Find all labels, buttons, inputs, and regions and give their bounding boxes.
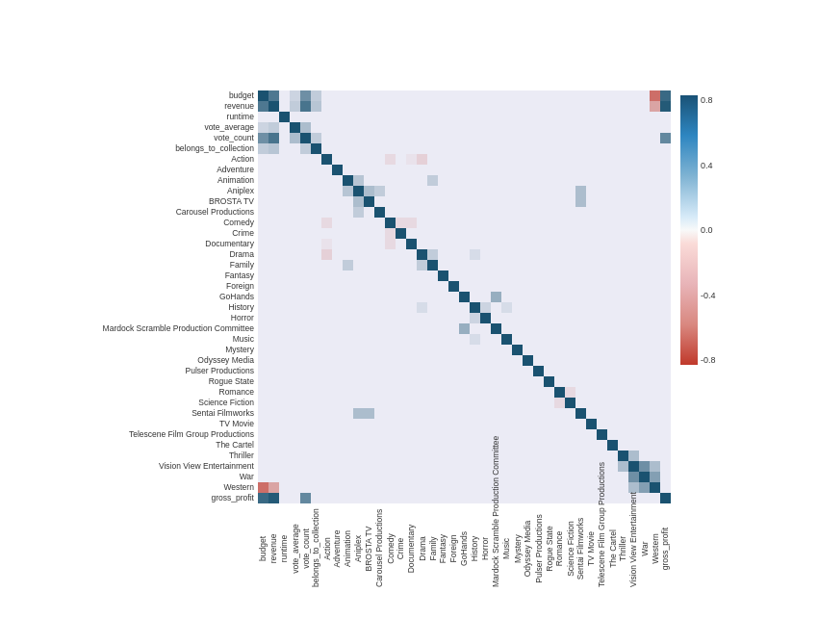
left-label: Adventure <box>103 165 256 175</box>
left-label: GoHands <box>103 292 256 302</box>
left-label: runtime <box>103 112 256 122</box>
left-labels: budgetrevenueruntimevote_averagevote_cou… <box>103 90 256 503</box>
left-label: budget <box>103 90 256 101</box>
bottom-label: Fantasy <box>438 534 447 563</box>
left-label: Horror <box>103 313 256 323</box>
bottom-label-wrapper: History <box>470 505 480 554</box>
bottom-label-wrapper: Fantasy <box>438 505 448 554</box>
bottom-label: Romance <box>554 531 564 566</box>
bottom-label-wrapper: Sentai Filmworks <box>575 505 586 554</box>
bottom-label-wrapper: vote_count <box>300 505 311 554</box>
bottom-label: Foreign <box>448 535 458 563</box>
chart-container: budgetrevenueruntimevote_averagevote_cou… <box>93 81 726 563</box>
left-label: Rogue State <box>103 376 256 387</box>
left-label: Music <box>103 334 256 345</box>
bottom-label: Science Fiction <box>565 521 575 577</box>
left-label: Science Fiction <box>103 398 256 408</box>
bottom-label: vote_average <box>290 524 299 574</box>
bottom-label-wrapper: Western <box>650 505 660 554</box>
bottom-label: Comedy <box>385 533 395 564</box>
bottom-label: Mardock Scramble Production Committee <box>491 510 500 587</box>
bottom-label: Drama <box>417 536 426 561</box>
bottom-label: Telescene Film Group Productions <box>597 510 606 587</box>
bottom-label: Adventure <box>332 530 342 568</box>
bottom-label-wrapper: Action <box>321 505 332 554</box>
left-label: Telescene Film Group Productions <box>103 429 256 440</box>
bottom-label: Carousel Productions <box>374 510 384 587</box>
bottom-label-wrapper: Rogue State <box>544 505 554 554</box>
legend-tick-labels: 0.8 0.4 0.0 -0.4 -0.8 <box>698 95 716 365</box>
bottom-label-wrapper: Mardock Scramble Production Committee <box>491 505 501 554</box>
bottom-label: Vision View Entertainment <box>628 510 638 587</box>
bottom-label: Odyssey Media <box>523 521 532 578</box>
bottom-label: War <box>639 541 649 555</box>
legend-label-n04: -0.4 <box>701 291 716 300</box>
left-label: The Cartel <box>103 440 256 451</box>
left-label: Crime <box>103 228 256 239</box>
heatmap-wrapper <box>258 90 671 503</box>
left-label: Comedy <box>103 218 256 228</box>
left-label: Pulser Productions <box>103 366 256 376</box>
bottom-label-wrapper: Romance <box>554 505 565 554</box>
legend: 0.8 0.4 0.0 -0.4 -0.8 <box>680 95 716 365</box>
heatmap-and-legend: 0.8 0.4 0.0 -0.4 -0.8 <box>258 90 716 503</box>
legend-label-n08: -0.8 <box>701 355 716 365</box>
bottom-label: Crime <box>396 538 405 560</box>
bottom-label: Family <box>427 536 437 560</box>
bottom-label-wrapper: Telescene Film Group Productions <box>597 505 607 554</box>
bottom-label-wrapper: runtime <box>279 505 290 554</box>
bottom-label-wrapper: Documentary <box>406 505 417 554</box>
legend-gradient-bar <box>680 95 698 365</box>
bottom-label: Pulser Productions <box>533 514 543 582</box>
left-label: Foreign <box>103 281 256 292</box>
main-area: 0.8 0.4 0.0 -0.4 -0.8 budgetrevenuerunti… <box>258 90 716 554</box>
left-label: Romance <box>103 387 256 398</box>
bottom-label: GoHands <box>459 531 469 566</box>
bottom-label-wrapper: Foreign <box>448 505 459 554</box>
bottom-label: Documentary <box>406 525 416 574</box>
bottom-label-wrapper: Carousel Productions <box>374 505 385 554</box>
left-label: Odyssey Media <box>103 355 256 366</box>
bottom-label: Western <box>650 533 659 564</box>
bottom-label-wrapper: Aniplex <box>353 505 364 554</box>
bottom-label: Horror <box>480 537 490 560</box>
bottom-label-wrapper: Thriller <box>618 505 628 554</box>
legend-label-08: 0.8 <box>701 95 716 105</box>
left-label: TV Movie <box>103 419 256 429</box>
bottom-label-wrapper: Animation <box>343 505 353 554</box>
legend-label-00: 0.0 <box>701 225 716 235</box>
bottom-label: Animation <box>343 530 352 567</box>
bottom-label-wrapper: Vision View Entertainment <box>628 505 639 554</box>
bottom-label-wrapper: Horror <box>480 505 491 554</box>
left-label: gross_profit <box>103 493 256 503</box>
bottom-label-wrapper: GoHands <box>459 505 470 554</box>
left-label: vote_count <box>103 133 256 143</box>
left-label: BROSTA TV <box>103 196 256 207</box>
bottom-label: Music <box>501 538 511 559</box>
bottom-label-wrapper: War <box>639 505 650 554</box>
bottom-label-wrapper: Drama <box>417 505 427 554</box>
legend-bar-area: 0.8 0.4 0.0 -0.4 -0.8 <box>680 95 716 365</box>
bottom-label: belongs_to_collection <box>311 510 320 587</box>
left-label: Documentary <box>103 239 256 249</box>
bottom-label: Rogue State <box>544 526 553 571</box>
left-label: Mystery <box>103 345 256 355</box>
left-label: revenue <box>103 101 256 112</box>
left-label: Drama <box>103 249 256 260</box>
left-label: Action <box>103 154 256 165</box>
bottom-label-wrapper: The Cartel <box>607 505 618 554</box>
bottom-label-wrapper: Family <box>427 505 438 554</box>
bottom-label: Aniplex <box>353 535 363 562</box>
bottom-label-wrapper: belongs_to_collection <box>311 505 321 554</box>
bottom-label-wrapper: gross_profit <box>660 505 671 554</box>
bottom-label-wrapper: Music <box>501 505 512 554</box>
bottom-label: History <box>470 536 479 561</box>
left-label: belongs_to_collection <box>103 143 256 154</box>
bottom-label: gross_profit <box>660 528 670 570</box>
bottom-label: Action <box>321 537 331 560</box>
bottom-label-wrapper: Comedy <box>385 505 396 554</box>
left-label: Fantasy <box>103 270 256 281</box>
left-label: Carousel Productions <box>103 207 256 218</box>
bottom-label: Thriller <box>618 536 627 561</box>
left-label: Vision View Entertainment <box>103 461 256 472</box>
